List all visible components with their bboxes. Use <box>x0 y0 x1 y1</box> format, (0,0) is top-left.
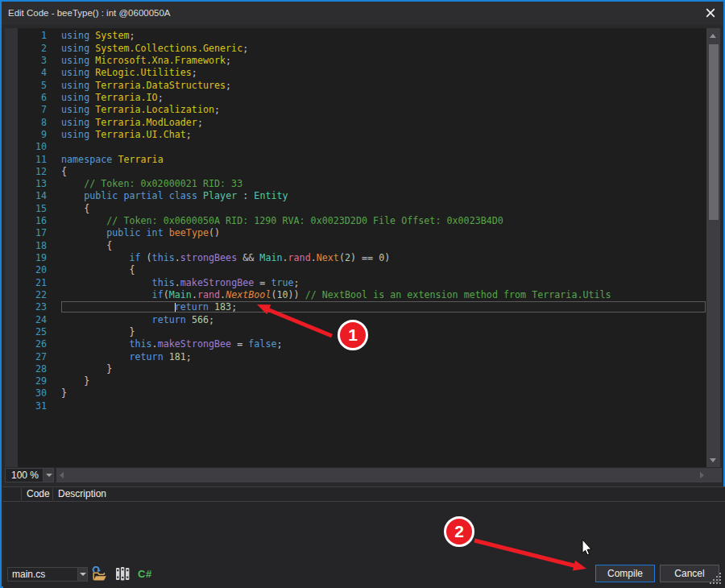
code-line-5[interactable]: 5using Terraria.DataStructures; <box>18 80 706 92</box>
line-number: 30 <box>18 387 47 400</box>
scroll-right-icon[interactable] <box>700 472 704 478</box>
code-text: this.makeStrongBee = false; <box>61 338 283 350</box>
line-number: 10 <box>18 141 47 153</box>
line-number: 28 <box>18 363 47 375</box>
code-text: using System; <box>61 30 135 42</box>
code-text: { <box>61 203 89 215</box>
line-number: 2 <box>18 43 47 55</box>
code-line-12[interactable]: 12{ <box>18 166 706 178</box>
code-lines: 1using System;2using System.Collections.… <box>18 30 706 412</box>
code-line-15[interactable]: 15 { <box>18 203 706 215</box>
column-separator[interactable] <box>21 488 22 500</box>
csharp-icon[interactable]: C# <box>138 566 152 582</box>
code-line-29[interactable]: 29 } <box>18 375 706 387</box>
code-line-6[interactable]: 6using Terraria.IO; <box>18 92 706 104</box>
scroll-up-icon[interactable] <box>710 34 716 38</box>
line-number: 31 <box>18 400 47 412</box>
line-number: 18 <box>18 240 47 252</box>
line-number: 9 <box>18 129 47 141</box>
file-name-value: main.cs <box>8 568 77 581</box>
line-number: 29 <box>18 375 47 387</box>
title-bar[interactable]: Edit Code - beeType() : int @0600050A <box>2 2 723 25</box>
code-line-3[interactable]: 3using Microsoft.Xna.Framework; <box>18 55 706 67</box>
code-text: public partial class Player : Entity <box>61 190 288 202</box>
code-text: } <box>61 387 67 400</box>
dialog-title: Edit Code - beeType() : int @0600050A <box>8 2 171 25</box>
line-number: 16 <box>18 215 47 227</box>
line-number: 11 <box>18 154 47 166</box>
line-number: 21 <box>18 277 47 289</box>
code-text: // Token: 0x02000021 RID: 33 <box>61 178 242 190</box>
line-number: 15 <box>18 203 47 215</box>
vertical-scrollbar-thumb[interactable] <box>709 44 719 220</box>
line-number: 27 <box>18 351 47 363</box>
code-line-2[interactable]: 2using System.Collections.Generic; <box>18 43 706 55</box>
code-line-7[interactable]: 7using Terraria.Localization; <box>18 104 706 116</box>
code-line-22[interactable]: 22 if(Main.rand.NextBool(10)) // NextBoo… <box>18 289 706 301</box>
compile-button[interactable]: Compile <box>595 565 655 582</box>
code-text: using Terraria.Localization; <box>61 104 220 116</box>
code-line-18[interactable]: 18 { <box>18 240 706 252</box>
code-line-28[interactable]: 28 } <box>18 363 706 375</box>
glyph-margin[interactable] <box>5 28 18 467</box>
code-line-31[interactable]: 31 <box>18 400 706 412</box>
code-line-10[interactable]: 10 <box>18 141 706 153</box>
line-number: 22 <box>18 289 47 301</box>
code-line-27[interactable]: 27 return 181; <box>18 351 706 363</box>
code-line-14[interactable]: 14 public partial class Player : Entity <box>18 190 706 202</box>
code-text: using ReLogic.Utilities; <box>61 67 197 79</box>
zoom-level-value: 100 % <box>6 469 43 482</box>
code-text: } <box>61 363 112 375</box>
line-number: 25 <box>18 326 47 338</box>
horizontal-scrollbar[interactable] <box>56 468 722 482</box>
line-number: 7 <box>18 104 47 116</box>
scroll-left-icon[interactable] <box>60 472 64 478</box>
code-text: public int beeType() <box>61 227 220 239</box>
code-text: using Terraria.DataStructures; <box>61 80 231 92</box>
code-line-23[interactable]: 23 return 183; <box>18 301 706 313</box>
code-text: if (this.strongBees && Main.rand.Next(2)… <box>61 252 390 264</box>
code-text: using Terraria.ModLoader; <box>61 117 203 129</box>
zoom-level-combobox[interactable]: 100 % <box>5 468 54 482</box>
code-line-20[interactable]: 20 { <box>18 264 706 276</box>
line-number: 23 <box>18 301 47 313</box>
line-number: 20 <box>18 264 47 276</box>
code-text: return 181; <box>61 351 192 363</box>
scroll-down-icon[interactable] <box>710 458 716 462</box>
issues-table-header: Code Description <box>3 487 725 501</box>
code-line-16[interactable]: 16 // Token: 0x0600050A RID: 1290 RVA: 0… <box>18 215 706 227</box>
resize-grip-icon[interactable] <box>710 573 723 586</box>
line-number: 1 <box>18 30 47 42</box>
code-line-4[interactable]: 4using ReLogic.Utilities; <box>18 67 706 79</box>
code-text: return 183; <box>61 301 237 313</box>
line-number: 19 <box>18 252 47 264</box>
code-line-30[interactable]: 30} <box>18 387 706 400</box>
code-text: namespace Terraria <box>61 154 164 166</box>
close-icon[interactable] <box>704 6 717 19</box>
code-line-8[interactable]: 8using Terraria.ModLoader; <box>18 117 706 129</box>
code-line-21[interactable]: 21 this.makeStrongBee = true; <box>18 277 706 289</box>
code-editor[interactable]: 1using System;2using System.Collections.… <box>5 28 720 467</box>
line-number: 4 <box>18 67 47 79</box>
file-dropdown-button[interactable] <box>77 568 87 581</box>
code-line-11[interactable]: 11namespace Terraria <box>18 154 706 166</box>
code-line-1[interactable]: 1using System; <box>18 30 706 42</box>
assembly-explorer-icon[interactable] <box>115 566 130 585</box>
column-header-description[interactable]: Description <box>58 487 106 501</box>
open-file-icon[interactable] <box>92 566 108 586</box>
file-name-combobox[interactable]: main.cs <box>7 567 88 582</box>
line-number: 24 <box>18 314 47 326</box>
vertical-scrollbar[interactable] <box>706 28 720 467</box>
code-line-17[interactable]: 17 public int beeType() <box>18 227 706 239</box>
code-line-9[interactable]: 9using Terraria.UI.Chat; <box>18 129 706 141</box>
code-text: } <box>61 375 89 387</box>
code-line-19[interactable]: 19 if (this.strongBees && Main.rand.Next… <box>18 252 706 264</box>
line-number: 26 <box>18 338 47 350</box>
line-number: 17 <box>18 227 47 239</box>
code-text: this.makeStrongBee = true; <box>61 277 300 289</box>
code-line-13[interactable]: 13 // Token: 0x02000021 RID: 33 <box>18 178 706 190</box>
column-separator[interactable] <box>52 488 53 500</box>
column-header-code[interactable]: Code <box>27 487 50 501</box>
zoom-dropdown-button[interactable] <box>43 469 53 482</box>
code-text: } <box>61 326 135 338</box>
